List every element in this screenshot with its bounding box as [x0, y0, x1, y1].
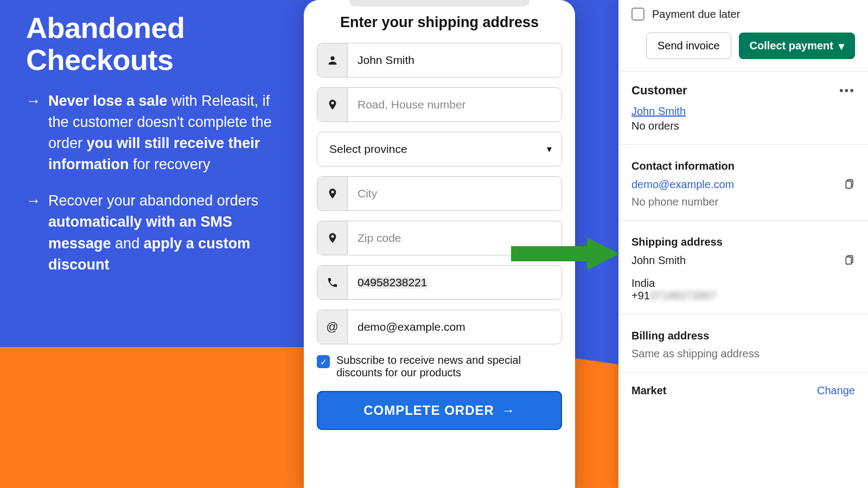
check-icon: ✓ — [317, 355, 330, 368]
bullet-text: Recover your abandoned orders automatica… — [48, 190, 281, 275]
marketing-title: Abandoned Checkouts — [26, 12, 281, 76]
contact-phone-placeholder: No phone number — [631, 196, 855, 208]
more-actions-icon[interactable]: ••• — [839, 84, 855, 98]
market-heading: Market — [631, 384, 666, 397]
complete-order-button[interactable]: COMPLETE ORDER → — [317, 391, 562, 430]
zip-input[interactable] — [348, 221, 561, 255]
email-input[interactable] — [348, 310, 561, 344]
person-icon — [317, 43, 348, 77]
name-input[interactable] — [348, 43, 561, 77]
province-label: Select province — [329, 143, 407, 156]
collect-payment-button[interactable]: Collect payment ▾ — [739, 33, 855, 59]
email-field[interactable]: @ — [317, 310, 562, 344]
customer-name-link[interactable]: John Smith — [631, 105, 686, 117]
arrow-right-icon: → — [26, 91, 41, 176]
form-title: Enter your shipping address — [317, 14, 562, 31]
shipping-heading: Shipping address — [631, 236, 855, 248]
bullet-item: → Recover your abandoned orders automati… — [26, 190, 281, 275]
svg-point-0 — [330, 56, 334, 60]
admin-panel: Payment due later Send invoice Collect p… — [618, 0, 868, 488]
text-span: and — [111, 235, 144, 252]
subscribe-checkbox[interactable]: ✓ Subscribe to receive news and special … — [317, 354, 562, 379]
arrow-right-icon: → — [502, 403, 515, 418]
payment-section: Payment due later Send invoice Collect p… — [618, 0, 868, 72]
customer-orders: No orders — [631, 120, 855, 132]
name-field[interactable] — [317, 43, 562, 78]
phone-prefix: +91 — [631, 290, 650, 301]
city-field[interactable] — [317, 176, 562, 211]
clipboard-icon[interactable] — [844, 178, 855, 191]
address-field[interactable] — [317, 87, 562, 122]
market-change-link[interactable]: Change — [817, 384, 855, 397]
collect-payment-label: Collect payment — [750, 40, 833, 52]
clipboard-icon[interactable] — [844, 254, 855, 267]
phone-input[interactable] — [348, 266, 561, 299]
complete-order-label: COMPLETE ORDER — [363, 403, 494, 418]
marketing-copy: Abandoned Checkouts → Never lose a sale … — [26, 12, 281, 291]
shipping-name: John Smith — [631, 254, 686, 267]
billing-section: Billing address Same as shipping address — [618, 314, 868, 373]
send-invoice-button[interactable]: Send invoice — [646, 33, 731, 59]
customer-section: Customer ••• John Smith No orders — [618, 72, 868, 145]
shipping-country: India — [631, 277, 855, 290]
checkbox-icon — [631, 8, 644, 21]
payment-due-label: Payment due later — [652, 8, 740, 21]
chevron-down-icon: ▾ — [547, 143, 552, 155]
shipping-section: Shipping address John Smith India +91071… — [618, 221, 868, 314]
text-span: for recovery — [129, 156, 210, 172]
phone-notch — [349, 0, 529, 7]
bullet-text: Never lose a sale with Releasit, if the … — [48, 91, 281, 176]
pin-icon — [317, 177, 348, 210]
pin-icon — [317, 88, 348, 121]
contact-email-link[interactable]: demo@example.com — [631, 178, 734, 191]
phone-icon — [317, 266, 348, 299]
caret-down-icon: ▾ — [839, 40, 844, 53]
checkout-form-card: Enter your shipping address Select provi… — [304, 0, 575, 488]
customer-heading: Customer — [631, 84, 687, 98]
marketing-stage: Abandoned Checkouts → Never lose a sale … — [0, 0, 868, 488]
at-icon: @ — [317, 310, 348, 344]
text-span: Recover your abandoned orders — [48, 192, 258, 209]
billing-heading: Billing address — [631, 330, 855, 342]
market-section: Market Change — [618, 373, 868, 409]
pin-icon — [317, 221, 348, 255]
zip-field[interactable] — [317, 221, 562, 255]
svg-rect-2 — [846, 181, 851, 188]
contact-heading: Contact information — [631, 160, 855, 172]
subscribe-label: Subscribe to receive news and special di… — [336, 354, 562, 379]
payment-due-later-checkbox[interactable]: Payment due later — [631, 8, 855, 21]
bullet-item: → Never lose a sale with Releasit, if th… — [26, 91, 281, 176]
bold-span: Never lose a sale — [48, 93, 167, 109]
phone-field[interactable] — [317, 265, 562, 300]
billing-value: Same as shipping address — [631, 348, 855, 360]
address-input[interactable] — [348, 88, 561, 121]
arrow-right-icon: → — [26, 190, 41, 275]
city-input[interactable] — [348, 177, 561, 210]
contact-section: Contact information demo@example.com No … — [618, 145, 868, 221]
shipping-phone: +9107188273957 — [631, 290, 855, 302]
svg-rect-4 — [846, 257, 851, 264]
province-select[interactable]: Select province ▾ — [317, 132, 562, 166]
phone-rest-blurred: 07188273957 — [650, 290, 716, 301]
